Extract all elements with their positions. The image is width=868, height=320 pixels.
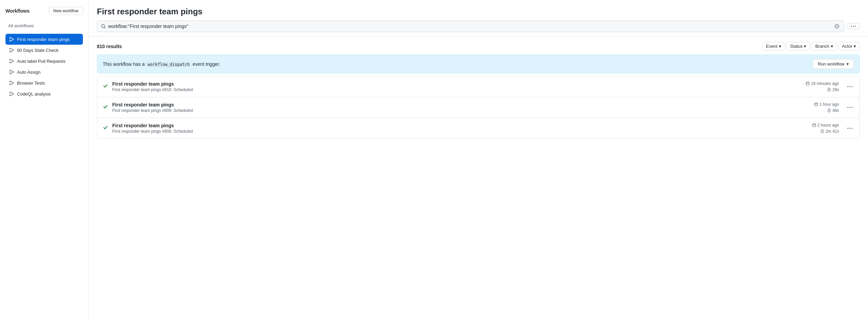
run-meta: 2 hours ago 2m 41s xyxy=(812,123,839,134)
filter-buttons: Event▾Status▾Branch▾Actor▾ xyxy=(762,42,860,50)
clock-icon xyxy=(827,88,831,92)
run-name[interactable]: First responder team pings xyxy=(112,123,808,128)
svg-point-13 xyxy=(12,82,14,84)
run-meta: 19 minutes ago 29s xyxy=(806,81,839,92)
svg-point-30 xyxy=(850,107,851,108)
svg-point-34 xyxy=(848,128,849,129)
svg-point-17 xyxy=(10,94,11,96)
clock-icon xyxy=(820,129,824,133)
svg-point-9 xyxy=(10,70,11,71)
run-item: First responder team pings First respond… xyxy=(97,118,859,139)
filter-event-button[interactable]: Event▾ xyxy=(762,42,785,50)
run-workflow-button[interactable]: Run workflow ▾ xyxy=(813,59,854,69)
svg-point-12 xyxy=(10,81,11,82)
svg-point-3 xyxy=(10,48,11,49)
search-clear-button[interactable] xyxy=(834,23,840,30)
search-input[interactable] xyxy=(108,24,834,29)
run-item: First responder team pings First respond… xyxy=(97,97,859,118)
sidebar-header: Workflows New workflow xyxy=(5,7,83,15)
more-options-button[interactable] xyxy=(847,23,860,29)
svg-point-24 xyxy=(848,86,849,87)
svg-point-11 xyxy=(10,73,11,74)
run-duration: 2m 41s xyxy=(820,129,839,134)
run-status-check xyxy=(103,83,108,90)
svg-point-8 xyxy=(10,62,11,63)
svg-point-5 xyxy=(10,51,11,52)
svg-point-14 xyxy=(10,84,11,85)
run-subtitle: First responder team pings #810: Schedul… xyxy=(112,87,801,92)
sidebar-items-list: First responder team pings 60 Days Stale… xyxy=(5,34,83,99)
run-status-check xyxy=(103,104,108,111)
run-time-ago: 2 hours ago xyxy=(812,123,839,128)
calendar-icon xyxy=(812,123,816,127)
svg-point-31 xyxy=(852,107,853,108)
calendar-icon xyxy=(806,82,810,86)
svg-point-15 xyxy=(10,92,11,93)
calendar-icon xyxy=(814,102,818,106)
run-more-button[interactable] xyxy=(846,126,854,130)
run-subtitle: First responder team pings #808: Schedul… xyxy=(112,129,808,134)
svg-point-25 xyxy=(850,86,851,87)
run-subtitle: First responder team pings #809: Schedul… xyxy=(112,108,810,113)
main-content: First responder team pings xyxy=(89,0,868,320)
main-header: First responder team pings xyxy=(89,0,868,37)
svg-point-19 xyxy=(851,26,852,27)
run-meta: 1 hour ago 49s xyxy=(814,102,839,113)
run-time-ago: 19 minutes ago xyxy=(806,81,839,86)
run-duration: 29s xyxy=(827,87,839,92)
svg-point-29 xyxy=(848,107,849,108)
results-area: 810 results Event▾Status▾Branch▾Actor▾ T… xyxy=(89,37,868,320)
new-workflow-button[interactable]: New workflow xyxy=(49,7,83,15)
sidebar-item-label: Browser Tests xyxy=(17,81,45,86)
dispatch-banner: This workflow has a workflow_dispatch ev… xyxy=(97,55,860,73)
run-status-check xyxy=(103,125,108,132)
sidebar-item-label: Auto label Pull Requests xyxy=(17,59,66,64)
filter-actor-button[interactable]: Actor▾ xyxy=(838,42,860,50)
sidebar-item-label: Auto Assign xyxy=(17,70,41,75)
sidebar-item-first-responder-team-pings[interactable]: First responder team pings xyxy=(5,34,83,45)
run-item: First responder team pings First respond… xyxy=(97,76,859,97)
sidebar-item-auto-label-pull-requests[interactable]: Auto label Pull Requests xyxy=(5,56,83,67)
svg-point-4 xyxy=(12,49,14,51)
svg-point-2 xyxy=(10,40,11,41)
sidebar-item-auto-assign[interactable]: Auto Assign xyxy=(5,67,83,77)
sidebar: Workflows New workflow All workflows Fir… xyxy=(0,0,89,320)
run-info: First responder team pings First respond… xyxy=(112,102,810,113)
run-info: First responder team pings First respond… xyxy=(112,81,801,92)
svg-rect-32 xyxy=(812,124,815,127)
search-bar xyxy=(97,20,860,32)
sidebar-item-codeql-analysis[interactable]: CodeQL analysis xyxy=(5,88,83,99)
svg-point-20 xyxy=(853,26,854,27)
filter-status-button[interactable]: Status▾ xyxy=(786,42,810,50)
sidebar-item-browser-tests[interactable]: Browser Tests xyxy=(5,77,83,88)
run-more-button[interactable] xyxy=(846,105,854,110)
svg-point-6 xyxy=(10,59,11,60)
run-more-button[interactable] xyxy=(846,85,854,89)
sidebar-item-label: 60 Days Stale Check xyxy=(17,48,58,53)
all-workflows-link[interactable]: All workflows xyxy=(5,22,83,30)
run-info: First responder team pings First respond… xyxy=(112,123,808,134)
dispatch-text: This workflow has a workflow_dispatch ev… xyxy=(103,61,220,67)
sidebar-item-label: CodeQL analysis xyxy=(17,91,51,97)
clock-icon xyxy=(827,108,831,113)
workflow-icon xyxy=(9,69,14,75)
sidebar-item-60-days-stale-check[interactable]: 60 Days Stale Check xyxy=(5,45,83,56)
workflow-icon xyxy=(9,58,14,64)
search-container xyxy=(97,20,844,32)
sidebar-title: Workflows xyxy=(5,8,30,14)
run-name[interactable]: First responder team pings xyxy=(112,102,810,107)
run-time-ago: 1 hour ago xyxy=(814,102,839,107)
svg-point-10 xyxy=(12,71,14,73)
workflow-icon xyxy=(9,91,14,97)
results-bar: 810 results Event▾Status▾Branch▾Actor▾ xyxy=(97,42,860,50)
run-name[interactable]: First responder team pings xyxy=(112,81,801,87)
svg-point-16 xyxy=(12,93,14,94)
svg-point-1 xyxy=(12,39,14,40)
svg-point-26 xyxy=(852,86,853,87)
workflow-icon xyxy=(9,80,14,86)
svg-rect-22 xyxy=(806,82,809,85)
filter-branch-button[interactable]: Branch▾ xyxy=(811,42,837,50)
svg-point-7 xyxy=(12,60,14,62)
search-icon xyxy=(101,24,106,29)
workflow-icon xyxy=(9,47,14,53)
